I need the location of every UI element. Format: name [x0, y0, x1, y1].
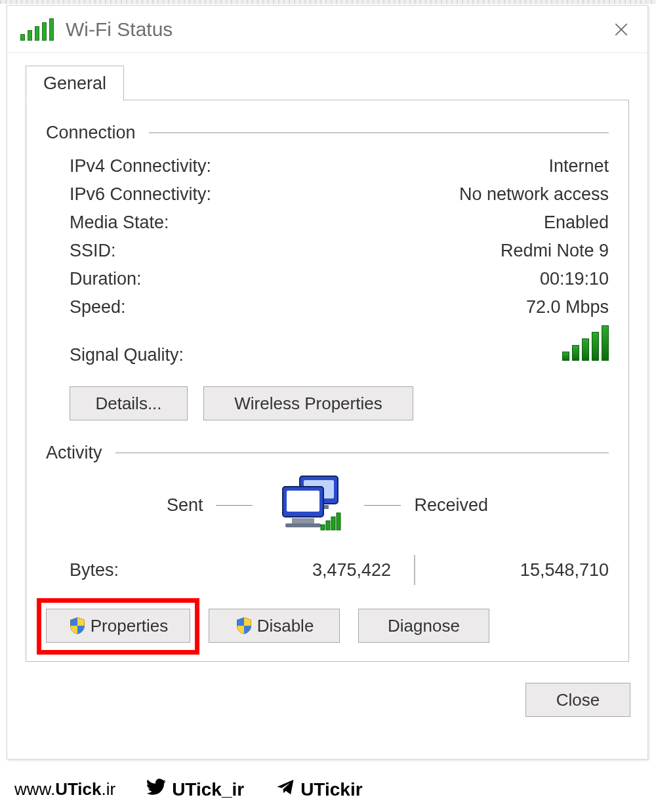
label-received: Received [414, 495, 488, 516]
window-title: Wi-Fi Status [66, 18, 609, 41]
uac-shield-icon [235, 617, 253, 635]
value-bytes-sent: 3,475,422 [240, 560, 391, 580]
tab-panel-general: Connection IPv4 Connectivity: Internet I… [26, 100, 629, 662]
properties-button-label: Properties [91, 616, 169, 636]
value-bytes-received: 15,548,710 [438, 560, 609, 580]
svg-rect-9 [331, 517, 335, 530]
tab-strip: General [26, 65, 629, 100]
value-ssid: Redmi Note 9 [501, 241, 609, 261]
label-ipv6: IPv6 Connectivity: [70, 184, 211, 205]
label-sent: Sent [167, 495, 203, 516]
value-ipv6: No network access [459, 184, 609, 205]
connection-rows: IPv4 Connectivity: Internet IPv6 Connect… [70, 152, 609, 369]
value-duration: 00:19:10 [540, 269, 609, 289]
title-bar: Wi-Fi Status [7, 6, 647, 53]
wifi-bars-icon [20, 18, 54, 41]
watermark-footer: www.UTick.ir UTick_ir UTickir [14, 777, 363, 802]
label-signal-quality: Signal Quality: [70, 345, 184, 365]
wireless-properties-button[interactable]: Wireless Properties [203, 386, 413, 420]
activity-bytes-row: Bytes: 3,475,422 15,548,710 [70, 555, 609, 585]
decorative-top-strip [0, 0, 656, 4]
tab-general[interactable]: General [26, 66, 124, 101]
details-button[interactable]: Details... [70, 386, 188, 420]
label-media-state: Media State: [70, 213, 169, 233]
signal-bars-icon [562, 325, 609, 361]
uac-shield-icon [68, 617, 87, 635]
network-activity-icon [266, 472, 351, 538]
svg-rect-8 [326, 521, 330, 530]
svg-rect-6 [285, 523, 321, 527]
svg-rect-5 [292, 518, 314, 523]
watermark-twitter: UTick_ir [147, 777, 244, 802]
bytes-divider [391, 555, 438, 585]
activity-header-row: Sent [46, 472, 609, 538]
group-header-activity: Activity [46, 443, 609, 463]
telegram-icon [276, 777, 295, 802]
highlight-properties: Properties [46, 609, 190, 643]
close-icon[interactable] [609, 18, 633, 41]
label-bytes: Bytes: [70, 560, 240, 580]
disable-button-label: Disable [257, 616, 314, 636]
value-speed: 72.0 Mbps [526, 297, 609, 317]
twitter-icon [147, 777, 167, 802]
group-title-activity: Activity [46, 443, 102, 463]
watermark-site: www.UTick.ir [14, 779, 115, 800]
value-ipv4: Internet [548, 156, 609, 176]
svg-rect-4 [287, 491, 319, 512]
value-media-state: Enabled [544, 213, 609, 233]
value-signal-bars [562, 325, 609, 365]
group-header-connection: Connection [46, 123, 609, 143]
disable-button[interactable]: Disable [209, 609, 340, 643]
label-ipv4: IPv4 Connectivity: [70, 156, 211, 176]
watermark-telegram: UTickir [276, 777, 362, 802]
svg-rect-10 [337, 513, 340, 530]
diagnose-button[interactable]: Diagnose [358, 609, 489, 643]
label-duration: Duration: [70, 269, 142, 289]
close-button[interactable]: Close [525, 683, 630, 717]
label-ssid: SSID: [70, 241, 116, 261]
wifi-status-window: Wi-Fi Status General Connection IPv4 Con… [7, 5, 648, 760]
properties-button[interactable]: Properties [46, 609, 190, 643]
label-speed: Speed: [70, 297, 126, 317]
svg-rect-7 [321, 525, 325, 530]
group-title-connection: Connection [46, 123, 136, 143]
